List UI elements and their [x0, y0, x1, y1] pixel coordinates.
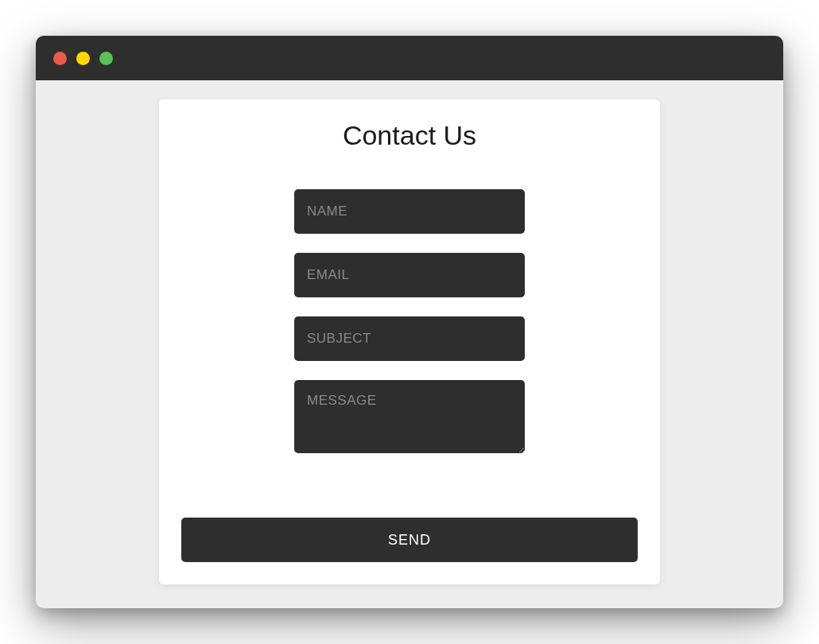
- minimize-icon[interactable]: [76, 52, 90, 65]
- email-field[interactable]: [294, 253, 525, 297]
- page-title: Contact Us: [343, 120, 476, 151]
- browser-window: Contact Us SEND: [36, 36, 783, 608]
- form-fields: [181, 189, 638, 518]
- content-area: Contact Us SEND: [36, 80, 783, 608]
- send-button[interactable]: SEND: [181, 518, 638, 562]
- maximize-icon[interactable]: [99, 52, 113, 65]
- window-titlebar: [36, 36, 783, 80]
- contact-card: Contact Us SEND: [159, 99, 660, 584]
- close-icon[interactable]: [53, 52, 67, 65]
- message-field[interactable]: [294, 380, 525, 453]
- subject-field[interactable]: [294, 316, 525, 361]
- name-field[interactable]: [294, 189, 525, 234]
